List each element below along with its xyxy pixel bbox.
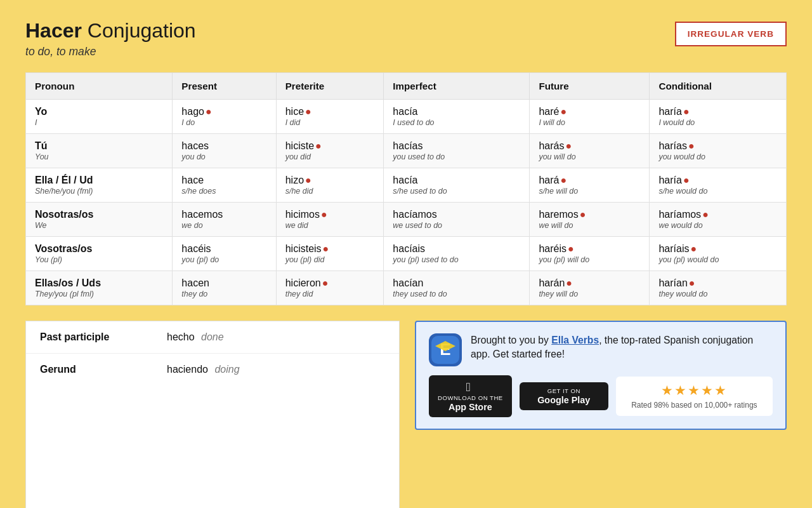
verb-cell: hacíasyou used to do: [384, 134, 530, 168]
verb-cell: hicisteis●you (pl) did: [276, 237, 384, 271]
verb-cell: hacemoswe do: [173, 203, 276, 237]
promo-bottom:  Download on the App Store GET IT ON Go…: [429, 375, 773, 417]
page-header: Hacer Conjugation to do, to make IRREGUL…: [25, 19, 787, 58]
irregular-dot-icon: ●: [580, 209, 586, 220]
irregular-dot-icon: ●: [305, 175, 311, 185]
apple-logo-icon: : [466, 380, 471, 394]
verb-cell: haces/he does: [173, 168, 276, 203]
col-imperfect: Imperfect: [384, 73, 530, 100]
rating-text: Rated 98% based on 10,000+ ratings: [626, 401, 763, 410]
verb-cell: hizo●s/he did: [276, 168, 384, 203]
verb-cell: hacías/he used to do: [384, 168, 530, 203]
verb-cell: haremos●we will do: [530, 203, 650, 237]
table-row: TúYouhacesyou dohiciste●you didhacíasyou…: [26, 134, 787, 168]
irregular-dot-icon: ●: [683, 175, 690, 185]
verb-cell: hacíaI used to do: [384, 100, 530, 134]
irregular-dot-icon: ●: [322, 277, 329, 288]
irregular-dot-icon: ●: [683, 106, 690, 117]
pronoun-cell: Vosotras/osYou (pl): [26, 237, 173, 271]
irregular-dot-icon: ●: [688, 140, 695, 151]
irregular-dot-icon: ●: [315, 140, 322, 151]
verb-cell: haría●s/he would do: [650, 168, 787, 203]
verb-cell: hacíamoswe used to do: [384, 203, 530, 237]
col-preterite: Preterite: [276, 73, 384, 100]
bottom-section: Past participle hecho done Gerund hacien…: [25, 321, 787, 508]
past-participle-value: hecho done: [167, 331, 224, 343]
rating-stars: ★★★★★: [626, 383, 763, 398]
google-play-get-label: GET IT ON: [547, 387, 580, 394]
pronoun-cell: Nosotras/osWe: [26, 203, 173, 237]
verb-cell: haría●I would do: [650, 100, 787, 134]
verb-cell: hicimos●we did: [276, 203, 384, 237]
verb-cell: hiciste●you did: [276, 134, 384, 168]
verb-cell: harían●they would do: [650, 271, 787, 305]
pronoun-cell: TúYou: [26, 134, 173, 168]
pronoun-cell: YoI: [26, 100, 173, 134]
participle-section: Past participle hecho done Gerund hacien…: [25, 321, 400, 508]
irregular-dot-icon: ●: [568, 243, 574, 254]
promo-top: E Brought to you by Ella Verbs, the top-…: [429, 333, 773, 366]
table-row: YoIhago●I dohice●I didhacíaI used to doh…: [26, 100, 787, 134]
irregular-dot-icon: ●: [565, 140, 572, 151]
irregular-dot-icon: ●: [560, 106, 566, 117]
irregular-dot-icon: ●: [702, 209, 709, 220]
verb-cell: haríamos●we would do: [650, 203, 787, 237]
verb-cell: hará●s/he will do: [530, 168, 650, 203]
ella-verbs-promo-link[interactable]: Ella Verbs: [551, 335, 599, 345]
promo-description: Brought to you by Ella Verbs, the top-ra…: [471, 333, 773, 361]
table-row: Nosotras/osWehacemoswe dohicimos●we didh…: [26, 203, 787, 237]
page-subtitle: to do, to make: [25, 45, 196, 58]
verb-cell: hacíaisyou (pl) used to do: [384, 237, 530, 271]
verb-cell: harás●you will do: [530, 134, 650, 168]
participle-box: Past participle hecho done Gerund hacien…: [25, 321, 400, 508]
rating-box: ★★★★★ Rated 98% based on 10,000+ ratings: [616, 377, 773, 416]
verb-cell: hacíanthey used to do: [384, 271, 530, 305]
pronoun-cell: Ella / Él / UdShe/he/you (fml): [26, 168, 173, 203]
col-present: Present: [173, 73, 276, 100]
pronoun-cell: Ellas/os / UdsThey/you (pl fml): [26, 271, 173, 305]
table-row: Vosotras/osYou (pl)hacéisyou (pl) dohici…: [26, 237, 787, 271]
col-conditional: Conditional: [650, 73, 787, 100]
app-store-button[interactable]:  Download on the App Store: [429, 375, 512, 417]
verb-cell: harías●you would do: [650, 134, 787, 168]
verb-cell: harán●they will do: [530, 271, 650, 305]
page-title: Hacer Conjugation: [25, 19, 196, 43]
conjugation-table: Pronoun Present Preterite Imperfect Futu…: [25, 72, 787, 305]
verb-cell: haré●I will do: [530, 100, 650, 134]
irregular-badge: IRREGULAR VERB: [675, 22, 787, 46]
title-block: Hacer Conjugation to do, to make: [25, 19, 196, 58]
irregular-dot-icon: ●: [323, 243, 329, 254]
table-row: Ella / Él / UdShe/he/you (fml)haces/he d…: [26, 168, 787, 203]
irregular-dot-icon: ●: [690, 243, 697, 254]
verb-cell: hacesyou do: [173, 134, 276, 168]
gerund-label: Gerund: [40, 364, 167, 375]
google-play-name: Google Play: [537, 395, 590, 405]
verb-cell: hago●I do: [173, 100, 276, 134]
ella-verbs-icon: E: [429, 333, 462, 366]
verb-cell: hacenthey do: [173, 271, 276, 305]
irregular-dot-icon: ●: [566, 277, 572, 288]
past-participle-row: Past participle hecho done: [26, 321, 399, 354]
app-store-download-label: Download on the: [438, 394, 503, 401]
irregular-dot-icon: ●: [321, 209, 327, 220]
gerund-value: haciendo doing: [167, 364, 240, 375]
col-pronoun: Pronoun: [26, 73, 173, 100]
app-store-name: App Store: [449, 402, 492, 412]
irregular-dot-icon: ●: [560, 175, 566, 185]
verb-cell: haríais●you (pl) would do: [650, 237, 787, 271]
irregular-dot-icon: ●: [206, 106, 212, 117]
gerund-row: Gerund haciendo doing: [26, 354, 399, 385]
google-play-button[interactable]: GET IT ON Google Play: [520, 382, 608, 410]
table-row: Ellas/os / UdsThey/you (pl fml)hacenthey…: [26, 271, 787, 305]
verb-cell: hicieron●they did: [276, 271, 384, 305]
past-participle-label: Past participle: [40, 331, 167, 343]
verb-cell: haréis●you (pl) will do: [530, 237, 650, 271]
promo-box: E Brought to you by Ella Verbs, the top-…: [415, 321, 787, 430]
col-future: Future: [530, 73, 650, 100]
irregular-dot-icon: ●: [689, 277, 695, 288]
verb-cell: hice●I did: [276, 100, 384, 134]
verb-cell: hacéisyou (pl) do: [173, 237, 276, 271]
irregular-dot-icon: ●: [305, 106, 311, 117]
